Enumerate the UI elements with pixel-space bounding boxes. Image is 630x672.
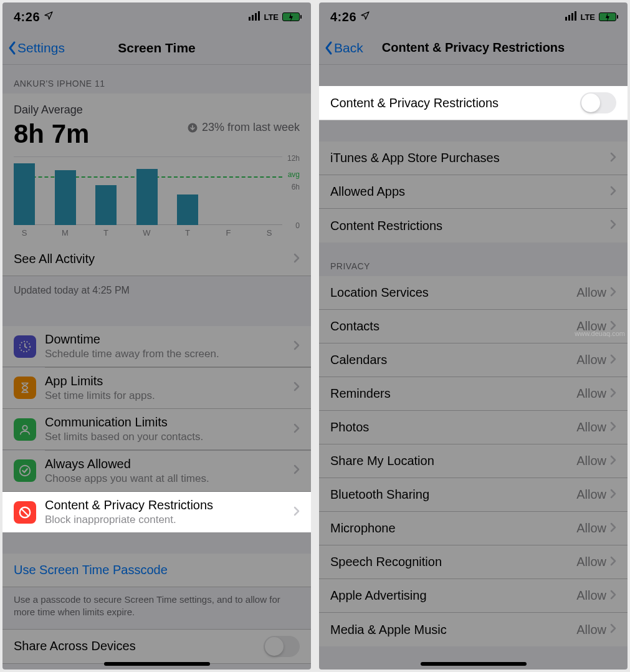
home-indicator[interactable] [421,662,527,666]
row-detail: Allow [576,353,606,367]
chart-xlabel: T [177,228,198,238]
row-label: Apple Advertising [330,588,427,603]
battery-icon [599,12,616,21]
privacy-row[interactable]: RemindersAllow [319,377,628,411]
row-title: Communication Limits [45,415,203,430]
see-all-activity-row[interactable]: See All Activity [2,242,311,276]
row-subtitle: Choose apps you want at all times. [45,473,209,485]
restrictions-toggle-row[interactable]: Content & Privacy Restrictions [319,86,628,120]
nosign-icon [14,501,36,524]
row-label: Media & Apple Music [330,623,447,637]
chevron-right-icon [294,382,300,391]
use-passcode-label: Use Screen Time Passcode [14,563,168,577]
chevron-right-icon [294,464,300,474]
back-label: Settings [17,41,65,55]
back-button[interactable]: Settings [7,41,65,55]
chart-xlabel: F [218,228,239,238]
usage-chart: 12h avg 6h 0 SMTWTFS [14,156,300,238]
privacy-row[interactable]: Apple AdvertisingAllow [319,579,628,613]
status-time: 4:26 [14,10,40,24]
privacy-row[interactable]: ContactsAllow [319,310,628,343]
daily-average-label: Daily Average [14,103,300,117]
page-title: Screen Time [118,41,196,55]
share-across-label: Share Across Devices [14,639,136,653]
row-title: App Limits [45,374,155,388]
chevron-right-icon [610,354,616,364]
device-header: ANKUR'S IPHONE 11 [2,65,311,94]
screen-time-phone: 4:26 LTE Settings Screen Time ANKUR'S IP… [2,2,311,670]
row-subtitle: Schedule time away from the screen. [45,348,219,360]
row-subtitle: Block inappropriate content. [45,514,213,526]
list-row[interactable]: Content Restrictions [319,209,628,242]
privacy-row[interactable]: MicrophoneAllow [319,512,628,545]
privacy-row[interactable]: Bluetooth SharingAllow [319,478,628,512]
settings-row-check[interactable]: Always AllowedChoose apps you want at al… [2,451,311,492]
row-label: Share My Location [330,454,434,468]
use-passcode-row[interactable]: Use Screen Time Passcode [2,554,311,587]
row-label: Content Restrictions [330,219,442,233]
row-label: Location Services [330,286,429,300]
row-subtitle: Set limits based on your contacts. [45,431,203,443]
status-bar: 4:26 LTE [319,2,628,31]
privacy-row[interactable]: Location ServicesAllow [319,276,628,310]
chevron-right-icon [610,152,616,162]
chart-ylabel-zero: 0 [295,221,300,230]
chevron-right-icon [294,340,300,350]
share-toggle[interactable] [264,636,300,657]
row-detail: Allow [576,386,606,401]
status-bar: 4:26 LTE [2,2,311,31]
chart-xlabel: T [95,228,117,238]
privacy-row[interactable]: CalendarsAllow [319,343,628,377]
row-subtitle: Set time limits for apps. [45,390,155,402]
row-label: Allowed Apps [330,185,405,199]
person-icon [14,418,36,441]
row-detail: Allow [576,588,606,603]
nav-bar: Settings Screen Time [2,31,311,65]
nav-bar: Back Content & Privacy Restrictions [319,31,628,65]
privacy-row[interactable]: Speech RecognitionAllow [319,545,628,579]
chevron-right-icon [610,186,616,196]
privacy-row[interactable]: Share My LocationAllow [319,444,628,478]
trend-row: 23% from last week [187,121,300,134]
trend-text: 23% from last week [202,121,300,134]
share-across-row[interactable]: Share Across Devices [2,629,311,664]
check-icon [14,459,36,482]
chart-xlabel: S [14,228,35,238]
row-label: Microphone [330,521,396,535]
row-label: Bluetooth Sharing [330,487,429,502]
chevron-right-icon [610,522,616,532]
restrictions-toggle[interactable] [580,92,616,113]
chart-xlabel: S [259,228,280,238]
carrier-label: LTE [580,12,595,22]
row-label: Calendars [330,353,387,367]
chevron-right-icon [610,489,616,499]
see-all-label: See All Activity [14,252,95,266]
settings-row-nosign[interactable]: Content & Privacy RestrictionsBlock inap… [2,492,311,532]
list-row[interactable]: Allowed Apps [319,175,628,209]
chevron-right-icon [294,253,300,263]
row-detail: Allow [576,623,606,637]
row-detail: Allow [576,555,606,569]
list-row[interactable]: iTunes & App Store Purchases [319,142,628,175]
daily-average-card: Daily Average 8h 7m 23% from last week 1… [2,94,311,242]
updated-text: Updated today at 4:25 PM [2,276,311,305]
settings-row-downtime[interactable]: DowntimeSchedule time away from the scre… [2,326,311,367]
downtime-icon [14,335,36,358]
chevron-right-icon [294,506,300,516]
chart-bar [95,185,117,225]
row-detail: Allow [576,454,606,468]
settings-row-hourglass[interactable]: App LimitsSet time limits for apps. [2,368,311,409]
chart-xlabel: M [55,228,76,238]
back-button[interactable]: Back [324,41,363,55]
privacy-row[interactable]: Media & Apple MusicAllow [319,613,628,646]
chart-bar [14,163,35,225]
home-indicator[interactable] [104,662,210,666]
hourglass-icon [14,377,36,399]
privacy-row[interactable]: PhotosAllow [319,411,628,444]
chevron-right-icon [610,320,616,330]
row-title: Content & Privacy Restrictions [45,498,213,512]
chart-ylabel-top: 12h [287,154,300,163]
location-icon [44,11,54,21]
settings-row-person[interactable]: Communication LimitsSet limits based on … [2,409,311,450]
page-title: Content & Privacy Restrictions [382,41,565,55]
